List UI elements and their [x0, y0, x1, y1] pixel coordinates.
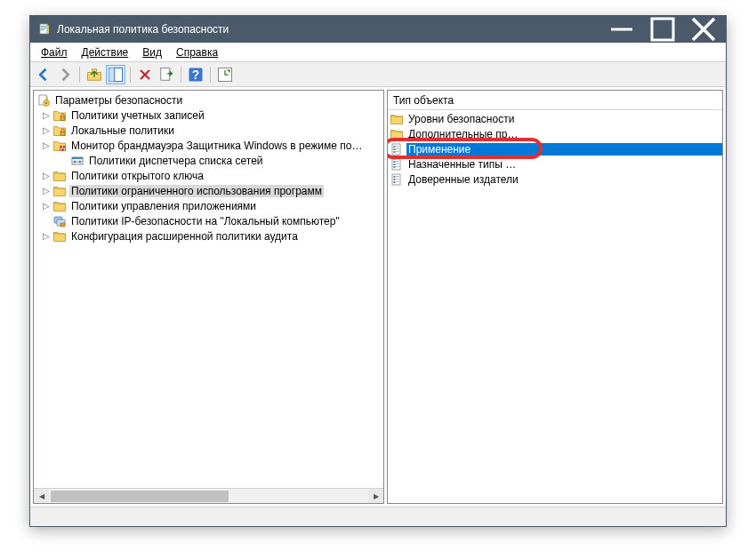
- tree-item-label: Конфигурация расширенной политики аудита: [69, 230, 300, 243]
- svg-rect-46: [397, 164, 399, 164]
- menu-help[interactable]: Справка: [169, 44, 225, 60]
- expand-icon[interactable]: ▷: [41, 231, 52, 241]
- titlebar: Локальная политика безопасности: [30, 16, 726, 43]
- tree-view[interactable]: Параметры безопасности▷Политики учетных …: [34, 91, 383, 488]
- svg-rect-5: [652, 19, 673, 40]
- maximize-button[interactable]: [642, 16, 683, 43]
- svg-rect-40: [394, 151, 396, 153]
- svg-rect-50: [394, 176, 396, 178]
- export-button[interactable]: [157, 65, 176, 84]
- svg-rect-38: [394, 148, 396, 150]
- svg-rect-47: [394, 166, 396, 168]
- tree-root[interactable]: Параметры безопасности: [34, 92, 383, 108]
- list-view[interactable]: Уровни безопасностиДополнительные пр…При…: [388, 110, 722, 503]
- svg-rect-2: [41, 28, 46, 28]
- properties-icon: [390, 142, 404, 156]
- list-item-label: Доверенные издатели: [406, 173, 722, 186]
- security-icon: [36, 93, 51, 108]
- expand-icon[interactable]: ▷: [41, 186, 52, 196]
- window-title: Локальная политика безопасности: [57, 23, 601, 36]
- svg-rect-41: [397, 151, 399, 152]
- expand-icon[interactable]: ▷: [41, 171, 52, 180]
- content-area: Параметры безопасности▷Политики учетных …: [30, 87, 726, 507]
- tree-item[interactable]: ▷Локальные политики: [34, 123, 383, 138]
- tree-item[interactable]: Политики IP-безопасности на "Локальный к…: [34, 213, 383, 228]
- expand-icon[interactable]: ▷: [41, 140, 52, 150]
- help-button[interactable]: ?: [186, 65, 205, 84]
- toolbar-separator: [210, 67, 211, 83]
- forward-button[interactable]: [55, 65, 75, 84]
- properties-icon: [390, 157, 404, 172]
- statusbar: [30, 507, 726, 526]
- expand-icon[interactable]: ▷: [41, 125, 52, 135]
- back-button[interactable]: [34, 65, 53, 84]
- tree-item[interactable]: ▷Конфигурация расширенной политики аудит…: [34, 228, 383, 244]
- tree-item[interactable]: Политики диспетчера списка сетей: [34, 153, 383, 168]
- svg-rect-43: [394, 161, 396, 163]
- app-window: Локальная политика безопасности Файл Дей…: [29, 15, 727, 527]
- list-item[interactable]: Дополнительные пр…: [388, 126, 722, 141]
- menu-action[interactable]: Действие: [75, 44, 136, 60]
- properties-icon: [390, 172, 404, 187]
- horizontal-scrollbar[interactable]: ◀ ▶: [34, 488, 383, 503]
- scroll-thumb[interactable]: [51, 491, 229, 502]
- tree-item-label: Политики ограниченного использования про…: [69, 185, 324, 197]
- list-item-label: Уровни безопасности: [406, 113, 722, 125]
- menu-file[interactable]: Файл: [34, 44, 75, 60]
- list-item[interactable]: Доверенные издатели: [388, 172, 722, 187]
- close-button[interactable]: [683, 16, 724, 43]
- svg-rect-54: [394, 181, 396, 183]
- svg-rect-1: [41, 26, 46, 27]
- list-item-label: Дополнительные пр…: [406, 128, 722, 140]
- tree-item-label: Локальные политики: [69, 124, 176, 137]
- toolbar-separator: [79, 67, 80, 83]
- toolbar-separator: [181, 67, 181, 83]
- delete-button[interactable]: [135, 65, 155, 84]
- scroll-right-arrow[interactable]: ▶: [368, 489, 383, 504]
- svg-rect-21: [60, 132, 65, 136]
- expand-icon[interactable]: ▷: [41, 201, 52, 211]
- tree-item[interactable]: ▷Политики управления приложениями: [34, 198, 383, 213]
- show-tree-button[interactable]: [106, 65, 125, 84]
- folder-icon: [52, 184, 67, 198]
- svg-rect-20: [60, 116, 65, 121]
- svg-rect-42: [392, 159, 400, 170]
- refresh-button[interactable]: [215, 65, 235, 84]
- tree-item[interactable]: ▷Политики учетных записей: [34, 108, 383, 123]
- folder-icon: [390, 112, 404, 126]
- tree-item-label: Политики открытого ключа: [69, 170, 205, 182]
- toolbar: ?: [30, 62, 726, 87]
- scroll-left-arrow[interactable]: ◀: [34, 489, 49, 504]
- tree-item-label: Монитор брандмауэра Защитника Windows в …: [69, 140, 364, 152]
- svg-rect-37: [397, 146, 399, 147]
- folder-icon: [390, 127, 404, 141]
- menu-view[interactable]: Вид: [135, 44, 169, 60]
- expand-icon[interactable]: ▷: [41, 110, 52, 120]
- folder-icon: [52, 124, 67, 138]
- svg-rect-35: [392, 144, 400, 155]
- list-pane: Тип объекта Уровни безопасностиДополните…: [387, 90, 723, 504]
- tree-root-label: Параметры безопасности: [53, 94, 184, 107]
- tree-item-label: Политики IP-безопасности на "Локальный к…: [69, 215, 342, 228]
- list-item-label: Назначенные типы …: [406, 158, 722, 171]
- list-item[interactable]: Уровни безопасности: [388, 111, 722, 126]
- svg-rect-48: [397, 166, 399, 167]
- toolbar-separator: [130, 67, 131, 83]
- tree-item[interactable]: ▷Политики ограниченного использования пр…: [34, 183, 383, 198]
- svg-point-29: [74, 160, 76, 163]
- tree-item[interactable]: ▷Монитор брандмауэра Защитника Windows в…: [34, 138, 383, 153]
- svg-rect-45: [394, 164, 396, 165]
- up-button[interactable]: [84, 65, 104, 84]
- list-item[interactable]: Назначенные типы …: [388, 156, 722, 172]
- svg-rect-44: [397, 161, 399, 162]
- tree-item-label: Политики управления приложениями: [69, 200, 258, 212]
- minimize-button[interactable]: [601, 16, 642, 43]
- tree-item[interactable]: ▷Политики открытого ключа: [34, 168, 383, 183]
- tree-item-label: Политики учетных записей: [69, 109, 206, 122]
- list-column-header[interactable]: Тип объекта: [388, 91, 722, 110]
- list-item[interactable]: Применение: [388, 141, 722, 156]
- svg-rect-51: [397, 176, 399, 177]
- folder-icon: [52, 108, 67, 123]
- folder-icon: [52, 139, 67, 153]
- svg-rect-49: [392, 174, 400, 185]
